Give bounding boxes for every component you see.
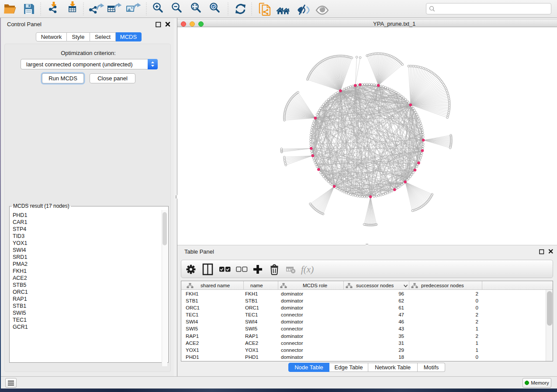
- svg-text:f(x): f(x): [301, 264, 314, 275]
